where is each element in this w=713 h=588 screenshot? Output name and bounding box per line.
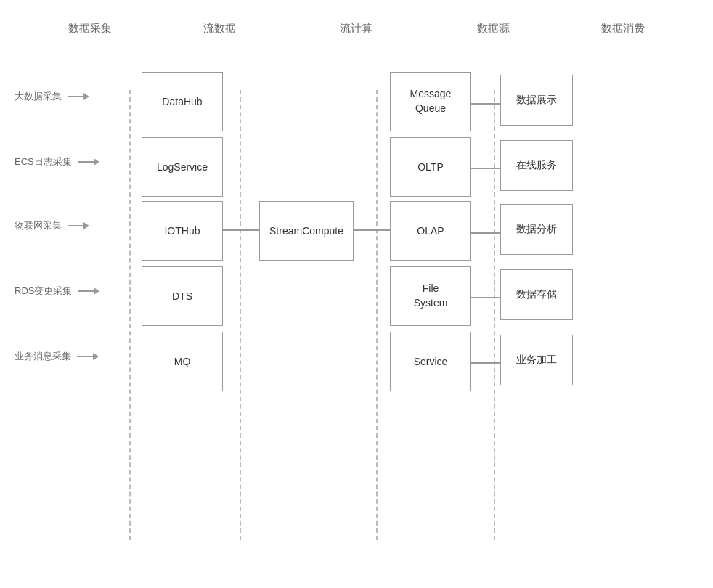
collect-row-1: 大数据采集 <box>15 90 89 103</box>
header-compute: 流计算 <box>306 22 407 36</box>
header-source: 数据源 <box>449 22 537 36</box>
collect-label-1: 大数据采集 <box>15 90 62 103</box>
collect-label-4: RDS变更采集 <box>15 285 72 298</box>
arrow-collect-2 <box>78 158 99 166</box>
source-box-5: Service <box>390 332 471 391</box>
stream-box-3: IOTHub <box>142 201 223 261</box>
consume-box-3: 数据分析 <box>500 204 573 255</box>
dashed-line-3 <box>376 90 378 540</box>
arrow-collect-1 <box>68 93 89 100</box>
arrow-collect-3 <box>68 222 89 229</box>
header-consume: 数据消费 <box>579 22 667 36</box>
collect-row-4: RDS变更采集 <box>15 285 99 298</box>
dashed-line-1 <box>129 90 131 540</box>
stream-box-2: LogService <box>142 137 223 197</box>
dashed-line-2 <box>240 90 241 540</box>
consume-box-5: 业务加工 <box>500 335 573 385</box>
stream-box-1: DataHub <box>142 72 223 131</box>
source-box-1: MessageQueue <box>390 72 471 131</box>
stream-box-5: MQ <box>142 332 223 391</box>
consume-box-2: 在线服务 <box>500 140 573 191</box>
stream-box-4: DTS <box>142 266 223 326</box>
header-collect: 数据采集 <box>46 22 134 36</box>
compute-box: StreamCompute <box>259 201 354 261</box>
source-box-2: OLTP <box>390 137 471 197</box>
arrow-collect-5 <box>77 353 99 360</box>
collect-row-3: 物联网采集 <box>15 219 89 232</box>
consume-box-4: 数据存储 <box>500 269 573 320</box>
collect-row-5: 业务消息采集 <box>15 350 99 363</box>
source-box-3: OLAP <box>390 201 471 261</box>
collect-label-5: 业务消息采集 <box>15 350 71 363</box>
header-stream: 流数据 <box>176 22 264 36</box>
source-box-4: FileSystem <box>390 266 471 326</box>
consume-box-1: 数据展示 <box>500 75 573 126</box>
collect-label-2: ECS日志采集 <box>15 155 72 168</box>
collect-label-3: 物联网采集 <box>15 219 62 232</box>
arrow-collect-4 <box>78 287 99 295</box>
dashed-line-4 <box>494 90 495 540</box>
diagram-container: 数据采集 流数据 流计算 数据源 数据消费 大数据采集 DataHub ECS日… <box>0 0 713 588</box>
collect-row-2: ECS日志采集 <box>15 155 99 168</box>
